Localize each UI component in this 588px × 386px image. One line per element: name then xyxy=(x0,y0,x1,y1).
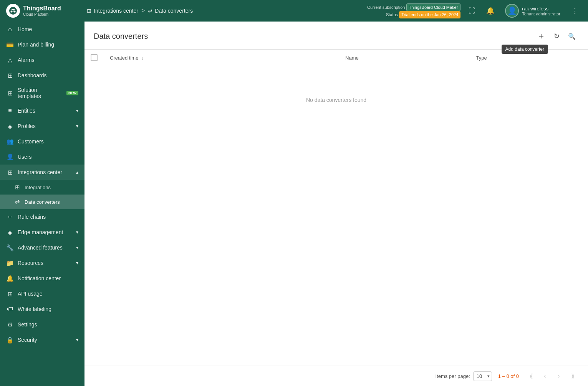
sidebar: ⌂ Home 💳 Plan and billing △ Alarms ⊞ Das… xyxy=(0,22,84,386)
white-labeling-icon: 🏷 xyxy=(6,306,14,313)
sidebar-item-users[interactable]: 👤 Users xyxy=(0,149,84,165)
sidebar-item-integrations[interactable]: ⊞ Integrations xyxy=(0,180,84,195)
sidebar-label-profiles: Profiles xyxy=(18,123,72,129)
sidebar-label-customers: Customers xyxy=(18,138,78,145)
entities-icon: ≡ xyxy=(6,107,14,114)
edge-management-chevron: ▾ xyxy=(76,230,78,235)
prev-page-button[interactable]: ‹ xyxy=(539,370,551,382)
topbar: ThingsBoard Cloud Platform ⊞ Integration… xyxy=(0,0,588,22)
sidebar-label-rule-chains: Rule chains xyxy=(18,214,78,220)
status-label: Status xyxy=(386,12,398,17)
sidebar-item-home[interactable]: ⌂ Home xyxy=(0,22,84,37)
more-options-button[interactable]: ⋮ xyxy=(568,4,582,18)
pagination: Items per page: 5 10 15 20 25 1 – 0 of 0… xyxy=(84,366,588,386)
home-icon: ⌂ xyxy=(6,26,14,33)
last-page-button[interactable]: ⟫ xyxy=(566,370,579,382)
add-btn-container: + Add data converter xyxy=(534,29,548,43)
first-page-button[interactable]: ⟪ xyxy=(525,370,537,382)
search-icon: 🔍 xyxy=(568,33,576,40)
empty-state: No data converters found xyxy=(84,66,588,134)
breadcrumb: ⊞ Integrations center > ⇄ Data converter… xyxy=(87,7,367,14)
logo-icon xyxy=(6,4,20,18)
profiles-chevron: ▾ xyxy=(76,123,78,129)
per-page-select-wrapper: 5 10 15 20 25 xyxy=(473,371,492,381)
svg-point-2 xyxy=(14,11,16,13)
sidebar-item-rule-chains[interactable]: ↔ Rule chains xyxy=(0,209,84,225)
resources-icon: 📁 xyxy=(6,260,14,267)
resources-chevron: ▾ xyxy=(76,260,78,266)
next-page-button[interactable]: › xyxy=(553,370,565,382)
sidebar-item-notification-center[interactable]: 🔔 Notification center xyxy=(0,271,84,286)
items-per-page: Items per page: 5 10 15 20 25 xyxy=(435,371,492,381)
select-all-header xyxy=(84,50,104,66)
alarms-icon: △ xyxy=(6,57,14,64)
sidebar-item-integrations-center[interactable]: ⊞ Integrations center ▴ xyxy=(0,165,84,180)
advanced-features-icon: 🔧 xyxy=(6,244,14,251)
next-page-icon: › xyxy=(558,373,560,379)
sidebar-item-plan-billing[interactable]: 💳 Plan and billing xyxy=(0,37,84,52)
notifications-button[interactable]: 🔔 xyxy=(484,4,497,18)
logo-text: ThingsBoard Cloud Platform xyxy=(23,5,61,17)
sidebar-label-resources: Resources xyxy=(18,260,72,266)
sidebar-label-notification-center: Notification center xyxy=(18,275,78,281)
sidebar-item-alarms[interactable]: △ Alarms xyxy=(0,52,84,68)
items-per-page-label: Items per page: xyxy=(435,373,470,379)
more-vert-icon: ⋮ xyxy=(571,7,578,15)
sidebar-label-api-usage: API usage xyxy=(18,291,78,297)
security-chevron: ▾ xyxy=(76,337,78,343)
sidebar-label-dashboards: Dashboards xyxy=(18,72,78,78)
sidebar-item-advanced-features[interactable]: 🔧 Advanced features ▾ xyxy=(0,240,84,255)
col-name-label: Name xyxy=(345,55,359,61)
empty-message: No data converters found xyxy=(306,97,366,103)
sidebar-item-solution-templates[interactable]: ⊞ Solution templates NEW xyxy=(0,83,84,103)
breadcrumb-separator: > xyxy=(141,7,145,14)
breadcrumb-integrations-label: Integrations center xyxy=(94,8,138,14)
sidebar-label-alarms: Alarms xyxy=(18,57,78,63)
sidebar-label-entities: Entities xyxy=(18,108,72,114)
fullscreen-button[interactable]: ⛶ xyxy=(465,4,479,18)
sidebar-item-profiles[interactable]: ◈ Profiles ▾ xyxy=(0,118,84,134)
api-usage-icon: ⊞ xyxy=(6,290,14,298)
search-button[interactable]: 🔍 xyxy=(565,29,579,43)
sidebar-item-settings[interactable]: ⚙ Settings xyxy=(0,317,84,332)
sidebar-item-security[interactable]: 🔒 Security ▾ xyxy=(0,332,84,348)
data-converters-sub-icon: ⇄ xyxy=(14,198,21,205)
user-menu-button[interactable]: 👤 rak wireless Tenant administrator xyxy=(502,2,563,19)
sidebar-item-customers[interactable]: 👥 Customers xyxy=(0,134,84,149)
sidebar-item-api-usage[interactable]: ⊞ API usage xyxy=(0,286,84,301)
sidebar-label-edge-management: Edge management xyxy=(18,229,72,235)
content-header: Data converters + Add data converter ↻ 🔍 xyxy=(84,22,588,50)
dashboards-icon: ⊞ xyxy=(6,72,14,79)
sidebar-item-data-converters[interactable]: ⇄ Data converters xyxy=(0,195,84,209)
topbar-right: Current subscription ThingsBoard Cloud M… xyxy=(367,2,582,19)
col-created-time[interactable]: Created time ↓ xyxy=(104,50,339,66)
subscription-badge: ThingsBoard Cloud Maker xyxy=(406,3,461,12)
edge-management-icon: ◈ xyxy=(6,229,14,236)
sidebar-item-edge-management[interactable]: ◈ Edge management ▾ xyxy=(0,225,84,240)
sidebar-item-dashboards[interactable]: ⊞ Dashboards xyxy=(0,68,84,83)
profiles-icon: ◈ xyxy=(6,123,14,130)
breadcrumb-integrations-center[interactable]: ⊞ Integrations center xyxy=(87,8,138,14)
per-page-select[interactable]: 5 10 15 20 25 xyxy=(473,371,492,381)
select-all-checkbox[interactable] xyxy=(91,54,98,61)
main-container: ⌂ Home 💳 Plan and billing △ Alarms ⊞ Das… xyxy=(0,22,588,386)
refresh-button[interactable]: ↻ xyxy=(550,29,563,43)
integrations-center-chevron: ▴ xyxy=(76,170,78,175)
sidebar-item-resources[interactable]: 📁 Resources ▾ xyxy=(0,255,84,271)
sidebar-item-white-labeling[interactable]: 🏷 White labeling xyxy=(0,301,84,317)
breadcrumb-data-converters[interactable]: ⇄ Data converters xyxy=(148,8,193,14)
app-logo: ThingsBoard Cloud Platform xyxy=(6,4,87,18)
sidebar-item-entities[interactable]: ≡ Entities ▾ xyxy=(0,103,84,118)
notification-center-icon: 🔔 xyxy=(6,275,14,282)
avatar-icon: 👤 xyxy=(507,6,517,15)
sidebar-label-users: Users xyxy=(18,154,78,160)
sidebar-label-security: Security xyxy=(18,337,72,343)
add-tooltip: Add data converter xyxy=(502,45,548,54)
subscription-label: Current subscription xyxy=(367,5,405,10)
add-data-converter-button[interactable]: + xyxy=(534,29,548,43)
user-role: Tenant administrator xyxy=(522,12,560,16)
app-name: ThingsBoard xyxy=(23,5,61,12)
last-page-icon: ⟫ xyxy=(571,373,575,380)
customers-icon: 👥 xyxy=(6,138,14,145)
sidebar-label-settings: Settings xyxy=(18,321,78,328)
